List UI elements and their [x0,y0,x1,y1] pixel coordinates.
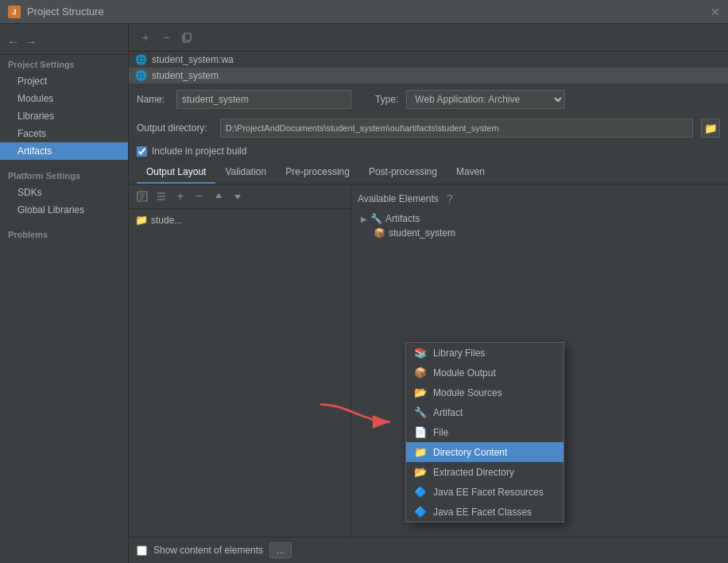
available-elements-help[interactable]: ? [442,191,458,207]
dropdown-item-library-files[interactable]: 📚 Library Files [406,343,563,363]
sidebar-item-global-libraries[interactable]: Global Libraries [0,201,128,219]
include-in-build-label: Include in project build [152,146,246,157]
tree-root-item[interactable]: 📁 stude... [132,212,347,227]
problems-section: Problems [0,225,128,243]
add-artifact-button[interactable]: + [137,29,154,46]
name-input[interactable] [176,90,351,109]
platform-settings-section: Platform Settings [0,166,128,184]
content-area: + − 🌐 student_system:wa 🌐 student_system… [129,24,728,563]
name-row: Name: Type: Web Application: Archive [129,83,728,115]
output-dir-label: Output directory: [137,122,212,134]
file-icon: 📄 [414,426,427,438]
bottom-bar: Show content of elements ... [129,537,728,563]
output-tree: 📁 stude... [129,209,350,537]
show-content-label: Show content of elements [153,545,263,556]
avail-item-artifacts[interactable]: ▶ 🔧 Artifacts [358,212,722,226]
dropdown-menu: 📚 Library Files 📦 Module Output 📂 Module… [405,342,564,522]
sidebar-item-facets[interactable]: Facets [0,125,128,142]
tabs-row: Output Layout Validation Pre-processing … [129,161,728,184]
dropdown-item-java-ee-facet-classes[interactable]: 🔷 Java EE Facet Classes [406,502,563,522]
dropdown-item-directory-content[interactable]: 📁 Directory Content [406,442,563,462]
tab-output-layout[interactable]: Output Layout [137,161,215,184]
expand-arrow-artifacts: ▶ [361,215,367,223]
move-up-button[interactable] [210,188,227,205]
browse-button[interactable]: 📁 [701,118,720,138]
more-options-button[interactable]: ... [269,542,292,558]
avail-item-student-system[interactable]: 📦 student_system [358,226,722,240]
folder-icon: 📁 [135,214,148,226]
sidebar-item-libraries[interactable]: Libraries [0,107,128,125]
output-tree-toolbar: + − [129,184,350,209]
extracted-directory-icon: 📂 [414,466,427,478]
tab-post-processing[interactable]: Post-processing [359,161,447,184]
svg-rect-1 [184,33,191,41]
output-layout-area: + − 📁 stude... [129,184,728,537]
show-content-checkbox[interactable] [137,546,147,556]
checkbox-row: Include in project build [129,141,728,161]
artifacts-icon: 🔧 [370,213,382,224]
module-output-icon: 📦 [414,367,427,379]
tab-validation[interactable]: Validation [215,161,276,184]
nav-back-button[interactable]: ← [5,33,22,51]
svg-marker-10 [234,195,241,200]
name-label: Name: [137,94,168,105]
close-button[interactable]: ✕ [711,6,720,18]
dropdown-item-module-output[interactable]: 📦 Module Output [406,363,563,382]
dropdown-item-java-ee-facet-resources[interactable]: 🔷 Java EE Facet Resources [406,482,563,502]
sidebar-item-project[interactable]: Project [0,72,128,90]
main-layout: ← → Project Settings Project Modules Lib… [0,24,728,563]
remove-element-button[interactable]: − [191,188,208,205]
include-in-build-checkbox[interactable] [137,146,147,157]
module-sources-icon: 📂 [414,386,427,398]
tab-maven[interactable]: Maven [447,161,494,184]
java-ee-classes-icon: 🔷 [414,506,427,518]
sidebar-item-sdks[interactable]: SDKs [0,184,128,201]
artifact-item-war[interactable]: 🌐 student_system:wa [129,52,728,68]
title-bar-text: Project Structure [27,6,104,17]
student-system-avail-icon: 📦 [374,227,385,239]
available-elements-header: Available Elements ? [358,191,722,207]
nav-area: ← → [0,30,128,55]
output-dir-input[interactable] [220,118,693,138]
project-settings-section: Project Settings [0,55,128,72]
type-select[interactable]: Web Application: Archive [406,90,565,109]
tab-pre-processing[interactable]: Pre-processing [276,161,359,184]
directory-content-icon: 📁 [414,446,427,458]
output-tree-panel: + − 📁 stude... [129,184,351,537]
sidebar-item-modules[interactable]: Modules [0,90,128,107]
move-down-button[interactable] [229,188,246,205]
dropdown-item-extracted-directory[interactable]: 📂 Extracted Directory [406,462,563,482]
output-dir-row: Output directory: 📁 [129,115,728,141]
student-system-icon: 🌐 [135,70,147,81]
artifact-icon: 🔧 [414,406,427,418]
show-list-button[interactable] [153,188,170,205]
nav-forward-button[interactable]: → [22,33,40,51]
app-icon: J [8,6,21,18]
artifact-toolbar: + − [129,24,728,52]
remove-artifact-button[interactable]: − [157,29,175,46]
war-icon: 🌐 [135,54,147,65]
dropdown-item-module-sources[interactable]: 📂 Module Sources [406,382,563,402]
title-bar: J Project Structure ✕ [0,0,728,24]
type-label: Type: [375,94,398,105]
add-element-button[interactable]: + [172,188,189,205]
dropdown-item-artifact[interactable]: 🔧 Artifact [406,402,563,422]
dropdown-item-file[interactable]: 📄 File [406,422,563,442]
copy-artifact-button[interactable] [178,29,196,46]
artifact-item-student-system[interactable]: 🌐 student_system [129,68,728,83]
show-module-dirs-button[interactable] [134,188,151,205]
svg-marker-9 [215,193,222,198]
sidebar: ← → Project Settings Project Modules Lib… [0,24,129,563]
java-ee-resources-icon: 🔷 [414,486,427,498]
sidebar-item-artifacts[interactable]: Artifacts [0,142,128,160]
library-files-icon: 📚 [414,347,427,359]
